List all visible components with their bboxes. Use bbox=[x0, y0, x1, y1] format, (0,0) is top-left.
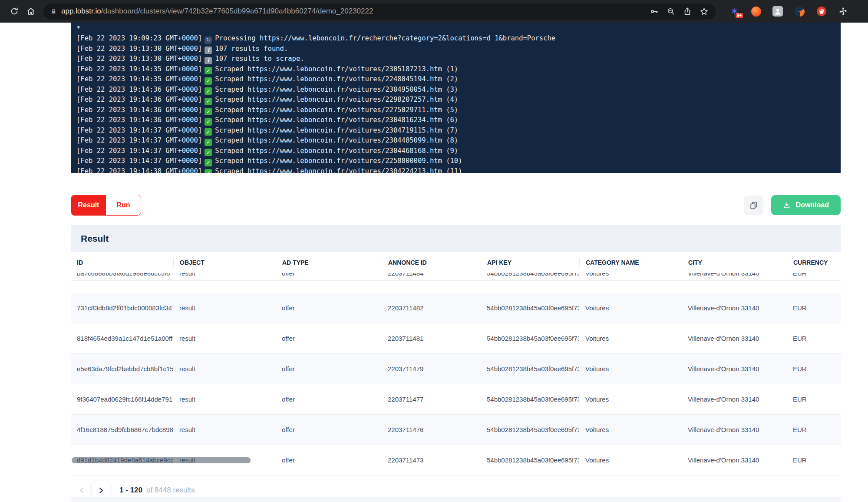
cell-id: 818f4654ed39a1c147d1e51a00ffb bbox=[71, 335, 173, 342]
log-timestamp: [Feb 22 2023 19:14:35 GMT+0000] bbox=[76, 75, 202, 83]
cell-ad-type: offer bbox=[276, 396, 382, 403]
next-page-button[interactable] bbox=[92, 481, 110, 499]
download-button[interactable]: Download bbox=[771, 195, 841, 215]
log-timestamp: [Feb 22 2023 19:14:37 GMT+0000] bbox=[76, 157, 202, 165]
log-line: [Feb 22 2023 19:14:37 GMT+0000]✓Scraped … bbox=[76, 126, 841, 136]
cell-category-name: Voitures bbox=[579, 426, 682, 433]
log-message: Scraped https://www.leboncoin.fr/voiture… bbox=[215, 96, 458, 103]
log-message: Processing https://www.leboncoin.fr/rech… bbox=[215, 34, 555, 42]
url-bar[interactable]: app.lobstr.io/dashboard/clusters/view/74… bbox=[43, 3, 716, 20]
log-timestamp: [Feb 22 2023 19:14:38 GMT+0000] bbox=[76, 167, 202, 173]
extension-avatar-icon[interactable] bbox=[772, 6, 783, 17]
check-icon: ✓ bbox=[205, 169, 212, 173]
cell-city: Villenave-d'Ornon 33140 bbox=[682, 365, 787, 372]
url-path: /dashboard/clusters/view/742b32e77605db9… bbox=[101, 7, 373, 15]
log-message: Scraped https://www.leboncoin.fr/voiture… bbox=[215, 147, 458, 155]
result-panel: Result IDOBJECTAD TYPEANNONCE IDAPI KEYC… bbox=[71, 225, 841, 475]
log-line: [Feb 22 2023 19:14:36 GMT+0000]✓Scraped … bbox=[76, 105, 841, 116]
cell-id: d91d1b4d82419de8a614abce9cc bbox=[71, 456, 173, 464]
cell-city: Villenave-d'Ornon 33140 bbox=[682, 426, 787, 433]
log-line: [Feb 22 2023 19:14:35 GMT+0000]✓Scraped … bbox=[76, 64, 841, 75]
panel-title: Result bbox=[71, 225, 841, 252]
check-icon: ✓ bbox=[205, 139, 212, 146]
home-icon bbox=[26, 7, 36, 16]
prev-page-button[interactable] bbox=[74, 487, 89, 494]
extension-starburst-icon[interactable]: ✶ 9+ bbox=[729, 6, 740, 17]
cell-currency: EUR bbox=[787, 365, 841, 372]
cell-id: e5e63da79fcd2bebbd7cb8bf1c15 bbox=[71, 365, 173, 372]
cell-ad-type: offer bbox=[276, 426, 382, 433]
log-timestamp: [Feb 22 2023 19:14:36 GMT+0000] bbox=[76, 96, 202, 103]
tab-run[interactable]: Run bbox=[106, 195, 141, 215]
log-message: Scraped https://www.leboncoin.fr/voiture… bbox=[215, 167, 462, 173]
home-button[interactable] bbox=[23, 3, 39, 20]
log-message: 107 results to scrape. bbox=[215, 55, 304, 63]
log-message: Scraped https://www.leboncoin.fr/voiture… bbox=[215, 116, 458, 124]
cell-object: result bbox=[173, 273, 276, 277]
cell-ad-type: offer bbox=[276, 456, 382, 464]
cell-currency: EUR bbox=[787, 456, 841, 464]
info-icon: i bbox=[205, 57, 212, 64]
pagination-range: 1 - 120 bbox=[119, 486, 142, 495]
view-tab-group: Result Run bbox=[71, 195, 141, 216]
password-key-icon[interactable] bbox=[650, 7, 659, 16]
extensions-area: ✶ 9+ bbox=[716, 6, 862, 17]
table-row: 731c83db8d2ff01bdc000083fd34resultoffer2… bbox=[71, 293, 841, 323]
column-header: ANNONCE ID bbox=[382, 258, 481, 267]
log-message: Scraped https://www.leboncoin.fr/voiture… bbox=[215, 136, 458, 144]
share-icon[interactable] bbox=[683, 7, 692, 16]
log-line: [Feb 22 2023 19:14:37 GMT+0000]✓Scraped … bbox=[76, 146, 841, 156]
zoom-out-icon[interactable] bbox=[667, 7, 675, 16]
check-icon: ✓ bbox=[205, 77, 212, 85]
cell-category-name: Voitures bbox=[579, 456, 682, 464]
copy-button[interactable] bbox=[744, 196, 763, 215]
tab-result[interactable]: Result bbox=[71, 195, 106, 215]
cell-ad-type: offer bbox=[276, 335, 382, 342]
cell-annonce-id: 2203711482 bbox=[382, 304, 481, 312]
cell-currency: EUR bbox=[787, 273, 841, 277]
log-timestamp: [Feb 22 2023 19:14:37 GMT+0000] bbox=[76, 136, 202, 144]
reload-icon bbox=[10, 7, 19, 16]
log-timestamp: [Feb 22 2023 19:14:36 GMT+0000] bbox=[76, 116, 202, 124]
extensions-puzzle-icon[interactable] bbox=[838, 6, 849, 17]
cell-annonce-id: 2203711473 bbox=[382, 456, 481, 464]
extension-badge: 9+ bbox=[736, 13, 743, 18]
table-row: 9f36407ead0629fc166f14dde791resultoffer2… bbox=[71, 384, 841, 415]
log-line: [Feb 22 2023 19:14:36 GMT+0000]✓Scraped … bbox=[76, 115, 841, 126]
check-icon: ✓ bbox=[205, 98, 212, 105]
column-header: CURRENCY bbox=[787, 258, 841, 267]
bottom-band bbox=[71, 497, 841, 502]
cell-api-key: 54bb0281238b45a03f0ee695f73 bbox=[481, 426, 579, 433]
extension-swirl-icon[interactable] bbox=[794, 6, 805, 17]
extension-flame-icon[interactable] bbox=[750, 6, 762, 17]
cell-api-key: 54bb0281238b45a03f0ee695f73 bbox=[481, 456, 579, 464]
cell-ad-type: offer bbox=[276, 304, 382, 312]
cell-category-name: Voitures bbox=[579, 273, 682, 277]
log-timestamp: [Feb 22 2023 19:14:36 GMT+0000] bbox=[76, 86, 202, 93]
reload-button[interactable] bbox=[6, 3, 23, 20]
log-timestamp: [Feb 22 2023 19:14:36 GMT+0000] bbox=[76, 106, 202, 114]
cell-category-name: Voitures bbox=[579, 365, 682, 372]
table-header: IDOBJECTAD TYPEANNONCE IDAPI KEYCATEGORY… bbox=[71, 252, 841, 273]
cell-object: result bbox=[173, 304, 276, 312]
copy-icon bbox=[749, 201, 758, 210]
extension-stop-hand-icon[interactable] bbox=[816, 6, 827, 17]
cell-api-key: 54bb0281238b45a03f0ee695f73 bbox=[481, 273, 579, 277]
table-body: 731c83db8d2ff01bdc000083fd34resultoffer2… bbox=[71, 293, 841, 475]
cell-city: Villenave-d'Ornon 33140 bbox=[682, 396, 787, 403]
cell-city: Villenave-d'Ornon 33140 bbox=[682, 335, 787, 342]
bookmark-star-icon[interactable] bbox=[700, 7, 709, 16]
cell-api-key: 54bb0281238b45a03f0ee695f73 bbox=[481, 365, 579, 372]
table-row: ba7c6888bb5fa6d1988e8dcc5f6resultoffer22… bbox=[71, 273, 841, 281]
console-log[interactable]: * [Feb 22 2023 19:09:23 GMT+0000]↻Proces… bbox=[71, 23, 841, 173]
log-message: 107 results found. bbox=[215, 45, 288, 53]
cell-annonce-id: 2203711476 bbox=[382, 426, 481, 433]
log-prefix-line: * bbox=[76, 24, 841, 33]
url-domain: app.lobstr.io bbox=[61, 7, 101, 15]
log-line: [Feb 22 2023 19:13:30 GMT+0000]i107 resu… bbox=[76, 44, 841, 54]
log-message: Scraped https://www.leboncoin.fr/voiture… bbox=[215, 126, 458, 134]
cell-api-key: 54bb0281238b45a03f0ee695f73 bbox=[481, 396, 579, 403]
column-header: AD TYPE bbox=[276, 258, 382, 267]
lock-icon[interactable] bbox=[50, 8, 57, 15]
cell-id: 4f16c818875d9fcb6867c7bdc898 bbox=[71, 426, 173, 433]
